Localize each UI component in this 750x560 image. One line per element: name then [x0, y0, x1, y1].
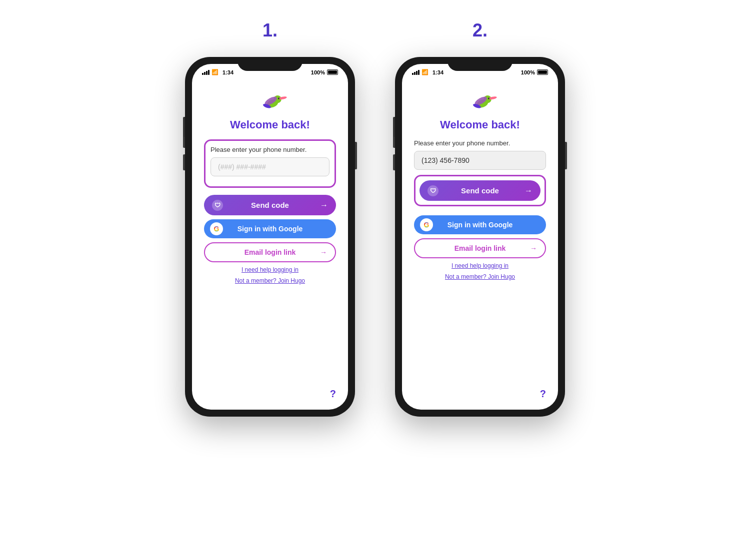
phone-frame-2: 📶 1:34 100%	[395, 57, 565, 417]
status-right-2: 100%	[521, 69, 548, 75]
join-link-2[interactable]: Not a member? Join Hugo	[445, 273, 515, 280]
help-link-1[interactable]: I need help logging in	[242, 266, 298, 273]
svg-point-10	[488, 97, 490, 99]
page-container: 1. 📶 1:34	[25, 20, 725, 417]
bar1-2	[412, 73, 414, 75]
svg-point-4	[279, 98, 280, 98]
phone-content-1: Welcome back! Please enter your phone nu…	[192, 77, 348, 410]
status-right-1: 100%	[311, 69, 338, 75]
wifi-icon-1: 📶	[212, 69, 218, 75]
time-2: 1:34	[432, 69, 444, 75]
bar1	[202, 73, 204, 75]
wifi-icon-2: 📶	[422, 69, 428, 75]
welcome-title-2: Welcome back!	[440, 118, 520, 131]
status-left-1: 📶 1:34	[202, 69, 234, 75]
phone-label-1: Please enter your phone number.	[210, 146, 330, 153]
email-arrow-icon-1: →	[320, 248, 327, 256]
bar4	[208, 70, 210, 75]
arrow-icon-2: →	[524, 186, 532, 195]
phone-input-placeholder-1: (###) ###-####	[218, 163, 266, 171]
signal-icon-1	[202, 70, 210, 75]
google-label-1: Sign in with Google	[238, 225, 303, 233]
email-login-button-1[interactable]: Email login link →	[204, 242, 336, 262]
shield-icon-1: 🛡	[212, 200, 223, 211]
phone-content-2: Welcome back! Please enter your phone nu…	[402, 77, 558, 410]
step-2-label: 2.	[472, 20, 488, 41]
email-login-button-2[interactable]: Email login link →	[414, 238, 546, 258]
google-logo-1: G	[210, 222, 223, 235]
help-icon-2[interactable]: ?	[540, 388, 546, 400]
google-g-icon-2: G	[424, 221, 430, 229]
bar3-2	[416, 71, 418, 75]
status-bar-1: 📶 1:34 100%	[192, 64, 348, 77]
phone-label-2: Please enter your phone number.	[414, 139, 546, 147]
volume-down-btn-2	[393, 154, 395, 170]
screen-2-column: 2. 📶 1:34	[395, 20, 565, 417]
google-button-1[interactable]: G Sign in with Google	[204, 219, 336, 238]
phone-input-value-2: (123) 456-7890	[422, 156, 470, 164]
phone-input-2[interactable]: (123) 456-7890	[414, 151, 546, 170]
svg-point-11	[489, 98, 490, 98]
google-logo-2: G	[420, 218, 433, 231]
battery-icon-2	[537, 69, 548, 75]
input-highlight-box-1: Please enter your phone number. (###) ##…	[204, 139, 336, 188]
hummingbird-icon-2	[465, 87, 500, 115]
battery-icon-1	[327, 69, 338, 75]
arrow-icon-1: →	[320, 201, 328, 210]
email-arrow-icon-2: →	[530, 244, 537, 252]
send-code-button-2[interactable]: 🛡 Send code →	[420, 180, 540, 201]
email-label-2: Email login link	[454, 244, 506, 252]
logo-1	[255, 87, 285, 112]
status-left-2: 📶 1:34	[412, 69, 444, 75]
step-1-label: 1.	[262, 20, 278, 41]
send-code-button-1[interactable]: 🛡 Send code →	[204, 195, 336, 215]
battery-pct-2: 100%	[521, 69, 535, 75]
phone-input-1[interactable]: (###) ###-####	[210, 157, 330, 176]
phone-frame-1: 📶 1:34 100%	[185, 57, 355, 417]
phone-screen-1: 📶 1:34 100%	[192, 64, 348, 410]
google-label-2: Sign in with Google	[448, 221, 513, 229]
screen-1-column: 1. 📶 1:34	[185, 20, 355, 417]
bar3	[206, 71, 208, 75]
send-code-highlight-box-2: 🛡 Send code →	[414, 175, 546, 206]
battery-pct-1: 100%	[311, 69, 325, 75]
power-btn-1	[355, 142, 357, 169]
help-icon-1[interactable]: ?	[330, 388, 336, 400]
join-link-1[interactable]: Not a member? Join Hugo	[235, 277, 305, 284]
send-code-label-2: Send code	[461, 186, 499, 195]
volume-down-btn-1	[183, 154, 185, 170]
bar2	[204, 72, 206, 75]
google-g-icon-1: G	[214, 225, 220, 233]
status-bar-2: 📶 1:34 100%	[402, 64, 558, 77]
time-1: 1:34	[222, 69, 234, 75]
welcome-title-1: Welcome back!	[230, 118, 310, 131]
shield-icon-2: 🛡	[428, 185, 438, 196]
svg-point-3	[278, 97, 280, 99]
phone-screen-2: 📶 1:34 100%	[402, 64, 558, 410]
google-button-2[interactable]: G Sign in with Google	[414, 215, 546, 234]
logo-2	[465, 87, 495, 112]
signal-icon-2	[412, 70, 420, 75]
send-code-label-1: Send code	[251, 201, 289, 209]
bar2-2	[414, 72, 416, 75]
help-link-2[interactable]: I need help logging in	[452, 262, 508, 269]
email-label-1: Email login link	[244, 248, 296, 256]
volume-up-btn-2	[393, 132, 395, 148]
power-btn-2	[565, 142, 567, 169]
bar4-2	[418, 70, 420, 75]
volume-up-btn-1	[183, 132, 185, 148]
hummingbird-icon-1	[255, 87, 290, 115]
